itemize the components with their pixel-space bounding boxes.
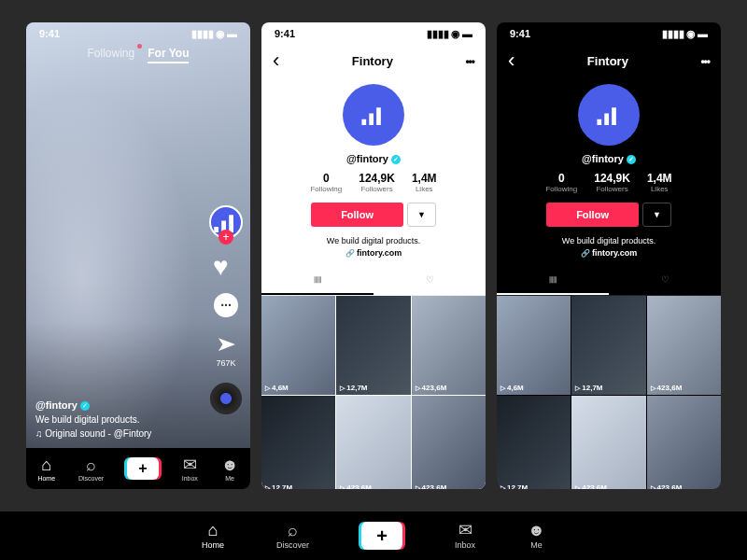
share-icon — [218, 332, 234, 357]
signal-icon: ▮▮▮▮ — [662, 28, 684, 40]
video-thumb[interactable]: 12,7M — [261, 396, 335, 489]
status-time: 9:41 — [510, 28, 530, 39]
tab-videos[interactable]: ⦀⦀ — [261, 267, 374, 295]
wifi-icon: ◉ — [686, 28, 696, 40]
sound-disc[interactable] — [210, 383, 242, 414]
profile-title: Fintory — [352, 54, 393, 68]
video-thumb[interactable]: 4,6M — [261, 296, 335, 395]
author-avatar-button[interactable] — [209, 205, 243, 239]
profile-avatar[interactable] — [578, 84, 640, 146]
follow-button[interactable]: Follow — [546, 203, 639, 227]
status-icons: ▮▮▮▮ ◉ ▬ — [191, 28, 237, 40]
video-thumb[interactable]: 423,6M — [647, 296, 721, 395]
caption-sound[interactable]: ♫ Original sound - @Fintory — [35, 427, 151, 441]
video-thumb[interactable]: 423,6M — [412, 296, 486, 395]
stat-likes[interactable]: 1,4MLikes — [647, 172, 672, 193]
back-button[interactable] — [273, 49, 279, 73]
video-thumb[interactable]: 423,6M — [336, 396, 410, 489]
grid-icon: ⦀⦀ — [549, 274, 557, 285]
stat-followers[interactable]: 124,9KFollowers — [359, 172, 395, 193]
more-button[interactable] — [465, 54, 474, 68]
feed-top-tabs: Following For You — [26, 47, 250, 63]
tab-discover[interactable]: ⌕Discover — [276, 522, 309, 550]
profile-bio: We build digital products. — [327, 236, 420, 245]
tab-liked[interactable]: ♡ — [609, 267, 721, 295]
side-actions: ··· 767K — [209, 205, 243, 414]
battery-icon: ▬ — [227, 28, 237, 39]
view-count: 12,7M — [575, 384, 602, 392]
profile-stats: 0Following 124,9KFollowers 1,4MLikes — [545, 172, 671, 193]
dropdown-button[interactable]: ▼ — [407, 203, 436, 227]
profile-content: @fintory 0Following 124,9KFollowers 1,4M… — [497, 80, 721, 267]
tab-home[interactable]: ⌂Home — [202, 522, 224, 550]
stat-likes[interactable]: 1,4MLikes — [412, 172, 437, 193]
view-count: 423,6M — [416, 483, 447, 489]
battery-icon: ▬ — [698, 28, 708, 39]
stat-following[interactable]: 0Following — [310, 172, 342, 193]
tab-home[interactable]: ⌂Home — [37, 456, 55, 482]
view-count: 4,6M — [265, 384, 289, 392]
home-icon: ⌂ — [41, 456, 51, 473]
battery-icon: ▬ — [462, 28, 472, 39]
tab-videos[interactable]: ⦀⦀ — [497, 267, 609, 295]
search-icon: ⌕ — [86, 456, 96, 473]
video-thumb[interactable]: 12,7M — [336, 296, 410, 395]
signal-icon: ▮▮▮▮ — [191, 28, 214, 40]
tab-me[interactable]: ☻Me — [221, 456, 239, 482]
profile-link[interactable]: fintory.com — [581, 248, 638, 258]
follow-row: Follow ▼ — [311, 203, 436, 227]
share-count: 767K — [216, 358, 235, 368]
status-time: 9:41 — [39, 28, 60, 39]
heart-icon — [213, 254, 239, 278]
comment-button[interactable]: ··· — [214, 293, 238, 317]
caption-user[interactable]: @fintory — [35, 399, 78, 411]
status-icons: ▮▮▮▮◉▬ — [662, 28, 708, 40]
signal-icon: ▮▮▮▮ — [427, 28, 449, 40]
inbox-icon: ✉ — [183, 456, 197, 473]
stat-following[interactable]: 0Following — [545, 172, 577, 193]
tab-for-you[interactable]: For You — [148, 47, 189, 63]
video-grid: 4,6M 12,7M 423,6M 12,7M 423,6M 423,6M — [261, 296, 486, 489]
view-count: 423,6M — [651, 384, 683, 392]
back-button[interactable] — [508, 49, 514, 73]
profile-tabs: ⦀⦀ ♡ — [497, 267, 721, 296]
video-thumb[interactable]: 423,6M — [571, 396, 645, 489]
create-button[interactable]: + — [127, 457, 159, 480]
profile-avatar[interactable] — [343, 84, 404, 146]
dropdown-button[interactable]: ▼ — [642, 203, 671, 227]
stat-followers[interactable]: 124,9KFollowers — [594, 172, 630, 193]
tab-following[interactable]: Following — [88, 47, 135, 63]
video-thumb[interactable]: 12,7M — [497, 396, 571, 489]
search-icon: ⌕ — [288, 522, 298, 539]
profile-content: @fintory 0Following 124,9KFollowers 1,4M… — [261, 80, 486, 267]
fintory-logo-icon — [594, 105, 624, 125]
video-thumb[interactable]: 12,7M — [571, 296, 645, 395]
video-thumb[interactable]: 4,6M — [497, 296, 571, 395]
tab-discover[interactable]: ⌕Discover — [78, 456, 104, 482]
comment-icon: ··· — [214, 293, 238, 317]
tab-inbox[interactable]: ✉Inbox — [455, 522, 475, 550]
tab-inbox[interactable]: ✉Inbox — [182, 456, 198, 482]
profile-stats: 0Following 124,9KFollowers 1,4MLikes — [310, 172, 436, 193]
like-button[interactable] — [213, 254, 239, 278]
wifi-icon: ◉ — [216, 28, 225, 40]
video-thumb[interactable]: 423,6M — [647, 396, 721, 489]
view-count: 12,7M — [500, 483, 528, 489]
caption-block: @fintory We build digital products. ♫ Or… — [35, 398, 151, 441]
inbox-icon: ✉ — [458, 522, 472, 539]
verified-badge-icon — [391, 155, 401, 164]
status-bar: 9:41 ▮▮▮▮◉▬ — [497, 22, 721, 41]
view-count: 12,7M — [265, 483, 292, 489]
profile-handle-row: @fintory — [346, 153, 401, 164]
profile-light-screen: 9:41 ▮▮▮▮◉▬ Fintory @fintory 0Following … — [261, 22, 486, 489]
profile-handle-row: @fintory — [582, 153, 636, 164]
more-button[interactable] — [700, 54, 710, 68]
follow-button[interactable]: Follow — [311, 203, 403, 227]
view-count: 423,6M — [651, 483, 683, 489]
tab-me[interactable]: ☻Me — [528, 522, 545, 550]
profile-link[interactable]: fintory.com — [345, 248, 402, 258]
video-thumb[interactable]: 423,6M — [412, 396, 486, 489]
tab-liked[interactable]: ♡ — [374, 267, 486, 295]
share-button[interactable]: 767K — [216, 332, 235, 368]
create-button[interactable]: + — [361, 522, 402, 550]
